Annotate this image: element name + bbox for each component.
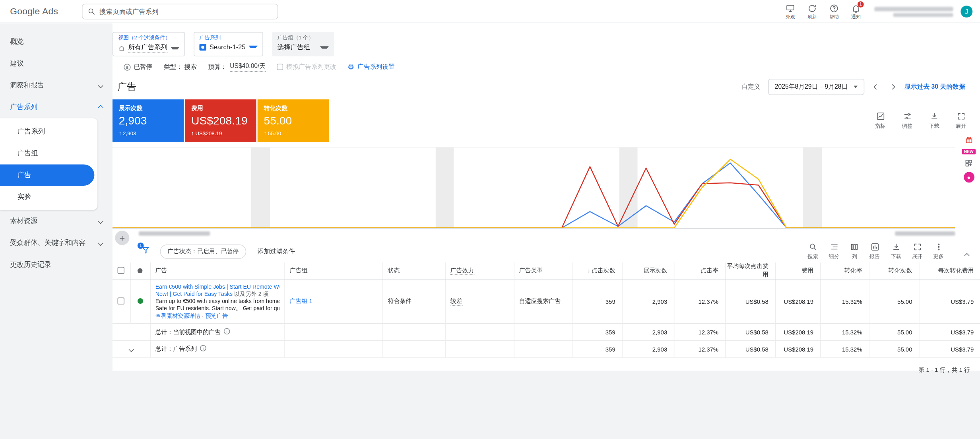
expand-row-chevron[interactable]: [128, 346, 134, 352]
table-expand-button[interactable]: 展开: [912, 242, 923, 260]
chevron-down-icon: [248, 46, 257, 48]
collapse-table-button[interactable]: [963, 246, 971, 262]
filter-button[interactable]: 1: [141, 246, 150, 257]
campaigns-subpanel: 广告系列 广告组 广告 实验: [0, 118, 97, 210]
expand-button[interactable]: 展开: [956, 112, 966, 130]
report-icon: [870, 242, 879, 251]
table-search-button[interactable]: 搜索: [807, 242, 818, 260]
subitem-ads[interactable]: 广告: [0, 164, 94, 185]
column-header-avg-cpc[interactable]: 平均每次点击费用: [725, 262, 775, 279]
x-axis-label-redacted: [895, 231, 955, 236]
column-header-cost[interactable]: 费用: [775, 262, 820, 279]
campaign-icon: [199, 43, 206, 50]
segment-button[interactable]: 细分: [829, 242, 840, 260]
more-vertical-icon: [934, 242, 943, 251]
subitem-experiments[interactable]: 实验: [0, 186, 97, 208]
add-fab[interactable]: +: [115, 231, 129, 245]
download-button[interactable]: 下载: [929, 112, 939, 130]
appearance-button[interactable]: 外观: [779, 4, 801, 20]
summary-row-ads: 总计：当前视图中的广告i 359 2,903 12.37% US$0.58 US…: [113, 324, 980, 340]
view-filter-chip[interactable]: 视图（2 个过滤条件） 所有广告系列: [113, 32, 185, 56]
status-cell: 符合条件: [382, 280, 445, 324]
global-search-input[interactable]: [99, 8, 272, 15]
promo-rail: NEW ●: [961, 135, 977, 183]
ad-headline-link[interactable]: Earn €500 with Simple Jobs | Start EU Re…: [155, 284, 279, 291]
add-filter-button[interactable]: 添加过滤条件: [258, 247, 295, 256]
metrics-button[interactable]: 指标: [875, 112, 886, 130]
ad-group-link[interactable]: 广告组 1: [290, 297, 312, 304]
campaign-status: 已暂停: [124, 62, 152, 71]
sidebar-item-campaigns[interactable]: 广告系列: [0, 96, 113, 118]
select-all-checkbox[interactable]: [118, 267, 124, 274]
promo-circle-icon[interactable]: ●: [963, 172, 974, 183]
ad-headline-link[interactable]: Now! | Get Paid for Easy Tasks: [155, 291, 233, 297]
subitem-ad-groups[interactable]: 广告组: [0, 142, 97, 164]
scorecard-cost[interactable]: 费用 US$208.19 ↑ US$208.19: [185, 99, 256, 142]
sidebar: 概览 建议 洞察和报告 广告系列 广告系列 广告组 广告 实验: [0, 23, 113, 276]
show-last-30-days-link[interactable]: 显示过去 30 天的数据: [904, 83, 965, 91]
ads-table: 广告 广告组 状态 广告效力 广告类型 ↓点击次数 展示次数 点击率 平均每次点…: [113, 262, 980, 357]
google-ads-logo: Google Ads: [10, 6, 58, 16]
chevron-down-icon: [320, 46, 329, 49]
column-header-cost-per-conv[interactable]: 每次转化费用: [919, 262, 980, 279]
info-icon[interactable]: i: [224, 328, 230, 334]
gear-icon: ⚙: [347, 63, 354, 71]
ctr-cell: 12.37%: [674, 280, 725, 324]
page-header: 广告 自定义 2025年8月29日 – 9月28日 显示过去 30 天的数据: [118, 77, 975, 97]
help-button[interactable]: 帮助: [823, 4, 845, 20]
status-dot-column-icon: [138, 268, 143, 273]
column-header-clicks[interactable]: ↓点击次数: [572, 262, 622, 279]
column-header-conversions[interactable]: 转化次数: [869, 262, 919, 279]
column-header-conv-rate[interactable]: 转化率: [820, 262, 869, 279]
column-header-ctr[interactable]: 点击率: [674, 262, 725, 279]
campaign-filter-chip[interactable]: 广告系列 Search-1-25: [194, 32, 263, 56]
global-search[interactable]: [82, 4, 278, 19]
sidebar-item-audiences-keywords[interactable]: 受众群体、关键字和内容: [0, 232, 113, 254]
notifications-button[interactable]: 1 通知: [845, 4, 867, 20]
sidebar-item-recommendations[interactable]: 建议: [0, 52, 113, 74]
campaign-budget[interactable]: 预算：US$40.00/天: [208, 62, 266, 72]
adgroup-filter-chip[interactable]: 广告组（1 个） 选择广告组: [272, 32, 334, 56]
chevron-down-icon: [98, 218, 103, 223]
ad-status-filter-chip[interactable]: 广告状态：已启用、已暂停: [160, 244, 246, 258]
sidebar-item-overview[interactable]: 概览: [0, 31, 113, 52]
date-next-button[interactable]: [888, 83, 897, 91]
campaign-type: 类型： 搜索: [164, 62, 197, 71]
gift-icon[interactable]: [964, 135, 974, 145]
clicks-cell: 359: [572, 280, 622, 324]
chevron-down-icon: [171, 47, 179, 49]
conv-rate-cell: 15.32%: [820, 280, 869, 324]
apps-grid-icon[interactable]: [964, 159, 973, 167]
expand-icon: [913, 242, 922, 251]
subitem-campaigns[interactable]: 广告系列: [0, 120, 97, 142]
table-download-button[interactable]: 下载: [891, 242, 901, 260]
view-assets-link[interactable]: 查看素材资源详情: [155, 312, 200, 319]
row-checkbox[interactable]: [118, 297, 124, 304]
columns-button[interactable]: 列: [850, 242, 859, 260]
adjust-button[interactable]: 调整: [902, 112, 913, 130]
date-range-picker[interactable]: 2025年8月29日 – 9月28日: [768, 79, 864, 95]
scorecard-conversions[interactable]: 转化次数 55.00 ↑ 55.00: [258, 99, 329, 142]
reports-button[interactable]: 报告: [869, 242, 880, 260]
date-prev-button[interactable]: [872, 83, 881, 91]
column-header-ad-type[interactable]: 广告类型: [514, 262, 572, 279]
sidebar-item-change-history[interactable]: 更改历史记录: [0, 254, 113, 276]
sidebar-item-insights-reports[interactable]: 洞察和报告: [0, 74, 113, 96]
column-header-ad-group[interactable]: 广告组: [284, 262, 382, 279]
scorecard-impressions[interactable]: 展示次数 2,903 ↑ 2,903: [113, 99, 184, 142]
preview-ad-link[interactable]: 预览广告: [205, 312, 228, 319]
campaign-settings-button[interactable]: ⚙ 广告系列设置: [347, 62, 395, 71]
sidebar-item-assets[interactable]: 素材资源: [0, 210, 113, 232]
column-header-status[interactable]: 状态: [382, 262, 445, 279]
paused-icon: [124, 64, 130, 70]
avg-cpc-cell: US$0.58: [725, 280, 775, 324]
more-button[interactable]: 更多: [933, 242, 944, 260]
refresh-button[interactable]: 刷新: [801, 4, 823, 20]
column-header-strength[interactable]: 广告效力: [445, 262, 514, 279]
column-header-ad[interactable]: 广告: [150, 262, 284, 279]
filter-count-badge: 1: [138, 243, 144, 249]
avatar[interactable]: J: [961, 6, 972, 17]
page-title: 广告: [118, 81, 136, 93]
info-icon[interactable]: i: [200, 345, 206, 351]
column-header-impressions[interactable]: 展示次数: [622, 262, 673, 279]
